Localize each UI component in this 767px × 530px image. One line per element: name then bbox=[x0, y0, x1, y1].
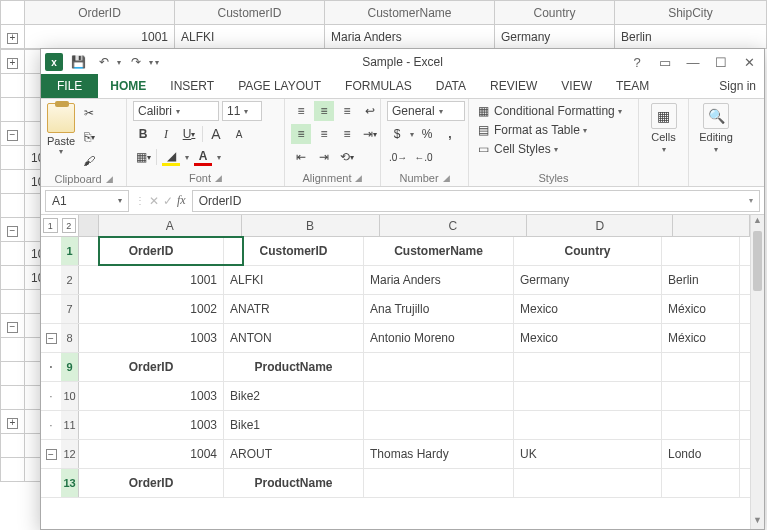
sheet-row[interactable]: 71002ANATRAna TrujilloMexicoMéxico bbox=[41, 295, 764, 324]
cell[interactable]: Thomas Hardy bbox=[364, 440, 514, 468]
bold-button[interactable]: B bbox=[133, 124, 153, 144]
outline-toggle-icon[interactable]: − bbox=[7, 226, 18, 237]
excel-app-icon[interactable]: x bbox=[45, 53, 63, 71]
column-header[interactable]: D bbox=[527, 215, 673, 236]
row-header[interactable]: 8 bbox=[61, 324, 79, 352]
cell[interactable]: 1001 bbox=[79, 266, 224, 294]
cell[interactable]: ANTON bbox=[224, 324, 364, 352]
format-as-table-button[interactable]: ▤Format as Table▾ bbox=[475, 122, 587, 138]
cell[interactable]: Maria Anders bbox=[364, 266, 514, 294]
cell[interactable]: ProductName bbox=[224, 353, 364, 381]
underline-button[interactable]: U▾ bbox=[179, 124, 199, 144]
cell[interactable]: Mexico bbox=[514, 324, 662, 352]
align-bottom-icon[interactable]: ≡ bbox=[337, 101, 357, 121]
cell[interactable]: OrderID bbox=[79, 469, 224, 497]
cell[interactable]: CustomerID bbox=[224, 237, 364, 265]
format-painter-icon[interactable]: 🖌 bbox=[79, 151, 99, 171]
cell[interactable]: Ana Trujillo bbox=[364, 295, 514, 323]
cell[interactable]: Bike2 bbox=[224, 382, 364, 410]
decrease-indent-icon[interactable]: ⇤ bbox=[291, 147, 311, 167]
cut-icon[interactable]: ✂ bbox=[79, 103, 99, 123]
sheet-row[interactable]: −81003ANTONAntonio MorenoMexicoMéxico bbox=[41, 324, 764, 353]
worksheet[interactable]: 1 2 ABCD 1OrderIDCustomerIDCustomerNameC… bbox=[41, 215, 764, 529]
editing-button[interactable]: 🔍 Editing ▾ bbox=[695, 101, 737, 154]
align-middle-icon[interactable]: ≡ bbox=[314, 101, 334, 121]
increase-font-icon[interactable]: A bbox=[206, 124, 226, 144]
currency-icon[interactable]: $ bbox=[387, 124, 407, 144]
row-header[interactable]: 12 bbox=[61, 440, 79, 468]
formula-input[interactable]: OrderID ▾ bbox=[192, 190, 760, 212]
cell[interactable]: 1003 bbox=[79, 324, 224, 352]
row-header[interactable]: 11 bbox=[61, 411, 79, 439]
outline-toggle-icon[interactable]: − bbox=[7, 130, 18, 141]
cell[interactable]: 1002 bbox=[79, 295, 224, 323]
cell[interactable]: 1003 bbox=[79, 382, 224, 410]
cell[interactable] bbox=[364, 353, 514, 381]
align-right-icon[interactable]: ≡ bbox=[337, 124, 357, 144]
cell[interactable] bbox=[662, 382, 740, 410]
cell[interactable]: Country bbox=[514, 237, 662, 265]
outline-toggle-icon[interactable]: + bbox=[7, 58, 18, 69]
cell[interactable] bbox=[662, 237, 740, 265]
cell-styles-button[interactable]: ▭Cell Styles▾ bbox=[475, 141, 558, 157]
maximize-icon[interactable]: ☐ bbox=[710, 55, 732, 70]
cell[interactable]: AROUT bbox=[224, 440, 364, 468]
align-center-icon[interactable]: ≡ bbox=[314, 124, 334, 144]
help-icon[interactable]: ? bbox=[626, 55, 648, 70]
wrap-text-icon[interactable]: ↩ bbox=[360, 101, 380, 121]
expand-icon[interactable]: + bbox=[7, 33, 18, 44]
tab-file[interactable]: FILE bbox=[41, 74, 98, 98]
save-icon[interactable]: 💾 bbox=[67, 51, 89, 73]
cell[interactable] bbox=[364, 382, 514, 410]
column-header[interactable]: B bbox=[242, 215, 380, 236]
cell[interactable] bbox=[662, 353, 740, 381]
percent-icon[interactable]: % bbox=[417, 124, 437, 144]
redo-icon[interactable]: ↷ bbox=[125, 51, 147, 73]
cell[interactable]: ALFKI bbox=[224, 266, 364, 294]
cells-button[interactable]: ▦ Cells ▾ bbox=[645, 101, 682, 154]
font-family-dropdown[interactable]: Calibri▾ bbox=[133, 101, 219, 121]
tab-view[interactable]: VIEW bbox=[549, 75, 604, 98]
row-header[interactable]: 10 bbox=[61, 382, 79, 410]
minimize-icon[interactable]: — bbox=[682, 55, 704, 70]
undo-icon[interactable]: ↶ bbox=[93, 51, 115, 73]
cell[interactable]: Antonio Moreno bbox=[364, 324, 514, 352]
fx-icon[interactable]: fx bbox=[177, 193, 186, 208]
close-icon[interactable]: ✕ bbox=[738, 55, 760, 70]
cell[interactable]: 1003 bbox=[79, 411, 224, 439]
cell[interactable]: Bike1 bbox=[224, 411, 364, 439]
cell[interactable]: Londo bbox=[662, 440, 740, 468]
sheet-row[interactable]: ·101003Bike2 bbox=[41, 382, 764, 411]
align-top-icon[interactable]: ≡ bbox=[291, 101, 311, 121]
cell[interactable] bbox=[514, 353, 662, 381]
cell[interactable]: Mexico bbox=[514, 295, 662, 323]
cell[interactable] bbox=[364, 411, 514, 439]
copy-icon[interactable]: ⎘▾ bbox=[79, 127, 99, 147]
cell[interactable] bbox=[662, 411, 740, 439]
sheet-row[interactable]: 1OrderIDCustomerIDCustomerNameCountry bbox=[41, 237, 764, 266]
tab-data[interactable]: DATA bbox=[424, 75, 478, 98]
cell[interactable]: UK bbox=[514, 440, 662, 468]
outline-toggle-icon[interactable]: + bbox=[7, 418, 18, 429]
tab-page-layout[interactable]: PAGE LAYOUT bbox=[226, 75, 333, 98]
tab-team[interactable]: TEAM bbox=[604, 75, 661, 98]
cell[interactable]: OrderID bbox=[79, 353, 224, 381]
function-list-icon[interactable]: ⋮ bbox=[135, 195, 145, 206]
cell[interactable]: OrderID bbox=[79, 237, 224, 265]
sign-in-link[interactable]: Sign in bbox=[719, 79, 756, 93]
tab-formulas[interactable]: FORMULAS bbox=[333, 75, 424, 98]
cell[interactable]: ProductName bbox=[224, 469, 364, 497]
cell[interactable] bbox=[662, 469, 740, 497]
sheet-row[interactable]: 21001ALFKIMaria AndersGermanyBerlin bbox=[41, 266, 764, 295]
orientation-icon[interactable]: ⟲▾ bbox=[337, 147, 357, 167]
cell[interactable]: México bbox=[662, 295, 740, 323]
outline-toggle-icon[interactable]: − bbox=[7, 322, 18, 333]
tab-home[interactable]: HOME bbox=[98, 75, 158, 98]
cell[interactable]: CustomerName bbox=[364, 237, 514, 265]
outline-level-header[interactable]: 1 2 bbox=[41, 215, 79, 237]
qat-customize-icon[interactable]: ▾ bbox=[155, 58, 159, 67]
sheet-row[interactable]: 13OrderIDProductName bbox=[41, 469, 764, 498]
increase-decimal-icon[interactable]: .0→ bbox=[387, 147, 409, 167]
cell[interactable]: México bbox=[662, 324, 740, 352]
increase-indent-icon[interactable]: ⇥ bbox=[314, 147, 334, 167]
